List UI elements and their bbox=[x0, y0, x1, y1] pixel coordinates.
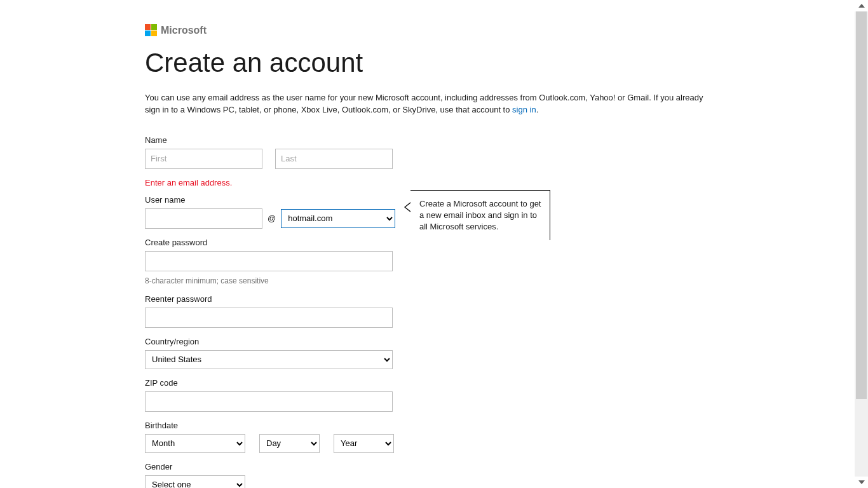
birthdate-label: Birthdate bbox=[145, 421, 817, 430]
page-content: Microsoft Create an account You can use … bbox=[0, 0, 855, 488]
brand-row: Microsoft bbox=[145, 24, 817, 36]
birth-day-select[interactable]: Day bbox=[259, 434, 320, 453]
scrollbar-track[interactable] bbox=[855, 11, 868, 477]
scrollbar-thumb[interactable] bbox=[856, 11, 867, 399]
intro-paragraph: You can use any email address as the use… bbox=[145, 92, 717, 116]
scroll-up-button[interactable] bbox=[855, 0, 868, 11]
reenter-password-label: Reenter password bbox=[145, 294, 817, 304]
gender-select[interactable]: Select one bbox=[145, 475, 245, 488]
email-domain-select[interactable]: hotmail.com bbox=[281, 209, 395, 228]
country-select[interactable]: United States bbox=[145, 350, 393, 369]
password-hint: 8-character minimum; case sensitive bbox=[145, 276, 817, 285]
vertical-scrollbar[interactable] bbox=[855, 0, 868, 488]
intro-text-end: . bbox=[536, 105, 539, 114]
sign-in-link[interactable]: sign in bbox=[512, 105, 536, 114]
info-callout: Create a Microsoft account to get a new … bbox=[410, 190, 550, 241]
microsoft-logo-icon bbox=[145, 24, 157, 36]
svg-marker-0 bbox=[858, 4, 865, 8]
svg-marker-1 bbox=[858, 480, 865, 484]
name-label: Name bbox=[145, 135, 817, 145]
scroll-down-button[interactable] bbox=[855, 477, 868, 488]
reenter-password-input[interactable] bbox=[145, 308, 393, 328]
birth-year-select[interactable]: Year bbox=[334, 434, 394, 453]
zip-input[interactable] bbox=[145, 391, 393, 412]
first-name-input[interactable] bbox=[145, 149, 262, 169]
brand-text: Microsoft bbox=[161, 25, 207, 36]
email-error: Enter an email address. bbox=[145, 178, 817, 187]
last-name-input[interactable] bbox=[275, 149, 393, 169]
signup-form: Name Enter an email address. User name @… bbox=[145, 135, 817, 488]
country-label: Country/region bbox=[145, 337, 817, 346]
intro-text: You can use any email address as the use… bbox=[145, 93, 703, 114]
username-input[interactable] bbox=[145, 208, 262, 229]
birth-month-select[interactable]: Month bbox=[145, 434, 245, 453]
password-input[interactable] bbox=[145, 251, 393, 271]
page-title: Create an account bbox=[145, 48, 817, 78]
chevron-down-icon bbox=[858, 480, 865, 484]
at-symbol: @ bbox=[268, 214, 276, 223]
gender-label: Gender bbox=[145, 462, 817, 471]
zip-label: ZIP code bbox=[145, 378, 817, 388]
chevron-up-icon bbox=[858, 4, 865, 8]
